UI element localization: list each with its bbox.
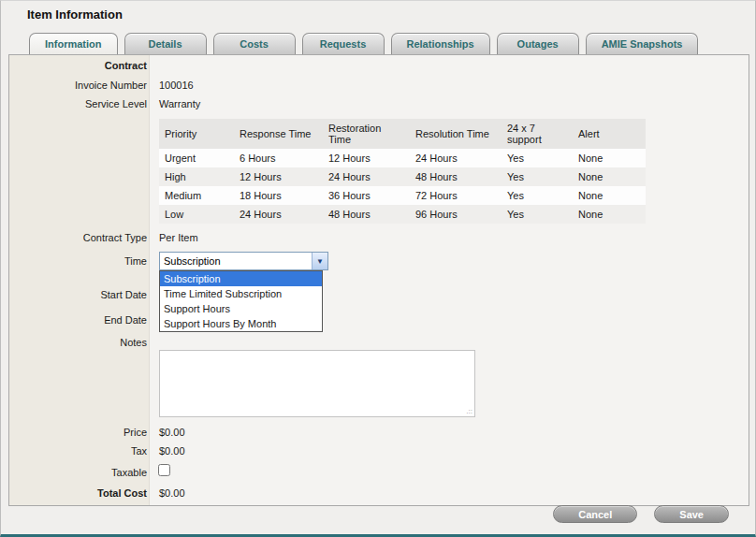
notes-field-wrapper: .:: bbox=[159, 350, 475, 417]
contract-section-label: Contract bbox=[14, 60, 147, 71]
table-row: Medium 18 Hours 36 Hours 72 Hours Yes No… bbox=[159, 186, 646, 205]
table-cell: 24 Hours bbox=[410, 149, 502, 167]
tab-bar: Information Details Costs Requests Relat… bbox=[29, 33, 698, 54]
information-panel: Contract Invoice Number 100016 Service L… bbox=[8, 54, 749, 506]
price-label: Price bbox=[14, 427, 147, 438]
end-date-label: End Date bbox=[14, 314, 147, 326]
table-cell: 48 Hours bbox=[410, 167, 502, 186]
tab-outages[interactable]: Outages bbox=[497, 33, 579, 54]
chevron-down-icon[interactable]: ▼ bbox=[312, 253, 327, 269]
start-date-label: Start Date bbox=[14, 289, 147, 300]
table-cell: Low bbox=[159, 205, 234, 224]
tab-costs[interactable]: Costs bbox=[213, 33, 296, 54]
table-header: Priority bbox=[159, 119, 234, 149]
tab-requests[interactable]: Requests bbox=[302, 33, 385, 54]
tab-details[interactable]: Details bbox=[124, 33, 207, 54]
notes-label: Notes bbox=[14, 337, 147, 348]
table-cell: 96 Hours bbox=[410, 205, 502, 224]
sla-table: Priority Response Time Restoration Time … bbox=[159, 119, 646, 224]
tax-label: Tax bbox=[14, 445, 147, 457]
table-cell: 48 Hours bbox=[323, 205, 410, 224]
table-cell: None bbox=[573, 167, 646, 186]
dropdown-option-time-limited-subscription[interactable]: Time Limited Subscription bbox=[160, 286, 322, 301]
table-cell: 18 Hours bbox=[234, 186, 323, 205]
table-cell: Yes bbox=[502, 186, 573, 205]
action-button-bar: Cancel Save bbox=[553, 505, 729, 523]
table-cell: 12 Hours bbox=[234, 167, 323, 186]
table-cell: Medium bbox=[159, 186, 234, 205]
page-title: Item Information bbox=[27, 7, 123, 22]
table-cell: None bbox=[573, 186, 646, 205]
tab-relationships[interactable]: Relationships bbox=[391, 33, 490, 54]
table-cell: None bbox=[573, 205, 646, 224]
time-select-value: Subscription bbox=[160, 255, 312, 267]
dropdown-option-support-hours[interactable]: Support Hours bbox=[160, 301, 322, 316]
table-header-row: Priority Response Time Restoration Time … bbox=[159, 119, 646, 149]
table-header: Resolution Time bbox=[410, 119, 502, 149]
taxable-label: Taxable bbox=[14, 467, 147, 478]
invoice-number-label: Invoice Number bbox=[14, 80, 147, 91]
table-cell: Yes bbox=[502, 149, 573, 167]
table-row: High 12 Hours 24 Hours 48 Hours Yes None bbox=[159, 167, 646, 186]
tab-amie-snapshots[interactable]: AMIE Snapshots bbox=[586, 33, 699, 54]
table-cell: 24 Hours bbox=[323, 167, 410, 186]
time-select[interactable]: Subscription ▼ bbox=[159, 252, 328, 270]
total-cost-value: $0.00 bbox=[159, 487, 185, 499]
table-cell: 12 Hours bbox=[323, 149, 410, 167]
save-button[interactable]: Save bbox=[654, 505, 729, 523]
tax-value: $0.00 bbox=[159, 445, 185, 457]
service-level-value: Warranty bbox=[159, 98, 200, 109]
table-cell: High bbox=[159, 167, 234, 186]
table-header: Alert bbox=[573, 119, 646, 149]
service-level-label: Service Level bbox=[14, 98, 147, 109]
price-value: $0.00 bbox=[159, 427, 185, 438]
table-header: Restoration Time bbox=[323, 119, 410, 149]
tab-information[interactable]: Information bbox=[29, 33, 118, 54]
contract-type-value: Per Item bbox=[159, 232, 198, 243]
dropdown-option-support-hours-by-month[interactable]: Support Hours By Month bbox=[160, 316, 322, 331]
taxable-checkbox[interactable] bbox=[158, 464, 170, 476]
cancel-button[interactable]: Cancel bbox=[553, 505, 637, 523]
table-row: Low 24 Hours 48 Hours 96 Hours Yes None bbox=[159, 205, 646, 224]
table-header: 24 x 7 support bbox=[502, 119, 573, 149]
table-cell: Yes bbox=[502, 167, 573, 186]
dropdown-option-subscription[interactable]: Subscription bbox=[160, 271, 322, 286]
table-cell: Urgent bbox=[159, 149, 234, 167]
table-header: Response Time bbox=[234, 119, 323, 149]
table-cell: 24 Hours bbox=[234, 205, 323, 224]
table-cell: 6 Hours bbox=[234, 149, 323, 167]
total-cost-label: Total Cost bbox=[14, 487, 147, 499]
item-information-window: Item Information Information Details Cos… bbox=[0, 0, 756, 537]
table-row: Urgent 6 Hours 12 Hours 24 Hours Yes Non… bbox=[159, 149, 646, 167]
time-label: Time bbox=[14, 255, 147, 267]
table-cell: Yes bbox=[502, 205, 573, 224]
notes-textarea[interactable] bbox=[159, 350, 475, 417]
time-select-dropdown: Subscription Time Limited Subscription S… bbox=[159, 270, 323, 332]
table-cell: None bbox=[573, 149, 646, 167]
invoice-number-value: 100016 bbox=[159, 80, 194, 91]
table-cell: 72 Hours bbox=[410, 186, 502, 205]
contract-type-label: Contract Type bbox=[14, 232, 147, 243]
table-cell: 36 Hours bbox=[323, 186, 410, 205]
